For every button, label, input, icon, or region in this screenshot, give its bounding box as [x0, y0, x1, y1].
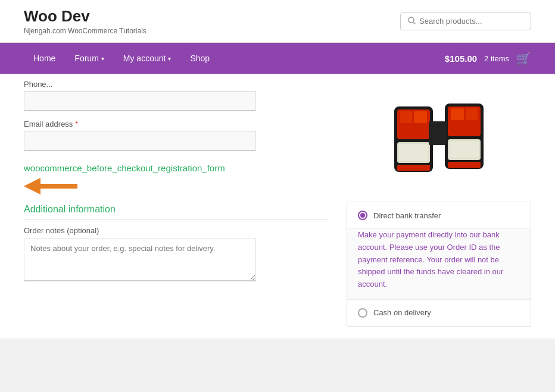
search-box[interactable]: [400, 12, 531, 30]
additional-info-section: Additional information Order notes (opti…: [24, 204, 329, 283]
phone-label: Phone...: [24, 80, 329, 89]
nav-item-myaccount[interactable]: My account ▾: [114, 43, 181, 74]
product-image: [385, 92, 492, 178]
svg-rect-6: [414, 111, 427, 123]
cart-amount: $105.00: [445, 54, 477, 64]
order-notes-group: Order notes (optional): [24, 226, 329, 283]
payment-option-direct-bank[interactable]: Direct bank transfer: [347, 202, 531, 229]
arrow-row: [24, 177, 329, 196]
order-notes-textarea[interactable]: [24, 239, 256, 281]
payment-label-cash: Cash on delivery: [373, 308, 431, 317]
required-marker: *: [73, 120, 78, 128]
svg-rect-9: [397, 165, 430, 171]
nav-item-shop[interactable]: Shop: [180, 43, 219, 74]
email-input[interactable]: [24, 131, 256, 151]
nav-item-forum[interactable]: Forum ▾: [65, 43, 113, 74]
hook-section: woocommerce_before_checkout_registration…: [24, 162, 329, 196]
left-column: Phone... Email address * woocommerce_bef…: [24, 74, 347, 338]
svg-rect-5: [400, 111, 412, 123]
payment-section: Direct bank transfer Make your payment d…: [347, 202, 531, 327]
radio-cash-on-delivery[interactable]: [358, 308, 367, 318]
cart-area[interactable]: $105.00 2 items 🛒: [445, 51, 531, 65]
nav-left: Home Forum ▾ My account ▾ Shop: [24, 43, 219, 74]
svg-rect-12: [451, 108, 464, 120]
radio-direct-bank[interactable]: [358, 211, 367, 220]
phone-field-group: Phone...: [24, 80, 329, 111]
cart-icon: 🛒: [516, 51, 531, 65]
search-icon: [408, 17, 416, 26]
order-notes-label: Order notes (optional): [24, 226, 329, 235]
phone-input[interactable]: [24, 91, 256, 111]
forum-dropdown-arrow: ▾: [101, 55, 104, 62]
svg-line-1: [413, 22, 415, 24]
email-field-group: Email address *: [24, 120, 329, 151]
svg-marker-2: [24, 178, 77, 195]
product-image-area: [347, 80, 531, 196]
cart-items-count: 2 items: [484, 54, 509, 63]
search-input[interactable]: [419, 17, 523, 26]
additional-info-heading: Additional information: [24, 204, 329, 220]
site-tagline: Njengah.com WooCommerce Tutorials: [24, 27, 146, 35]
svg-rect-15: [450, 141, 479, 158]
svg-rect-17: [429, 121, 447, 145]
hook-text: woocommerce_before_checkout_registration…: [24, 162, 329, 175]
svg-rect-13: [466, 108, 478, 120]
svg-rect-16: [448, 162, 481, 168]
site-nav: Home Forum ▾ My account ▾ Shop $105.00 2…: [0, 43, 555, 74]
site-branding: Woo Dev Njengah.com WooCommerce Tutorial…: [24, 7, 146, 35]
email-label: Email address *: [24, 120, 329, 128]
svg-rect-8: [399, 144, 428, 161]
payment-option-cash[interactable]: Cash on delivery: [347, 300, 531, 326]
nav-item-home[interactable]: Home: [24, 43, 65, 74]
site-header: Woo Dev Njengah.com WooCommerce Tutorial…: [0, 0, 555, 43]
payment-description-direct-bank: Make your payment directly into our bank…: [347, 229, 531, 300]
myaccount-dropdown-arrow: ▾: [168, 55, 171, 62]
right-column: Direct bank transfer Make your payment d…: [347, 74, 531, 338]
payment-label-direct-bank: Direct bank transfer: [373, 211, 441, 220]
site-title: Woo Dev: [24, 7, 146, 26]
orange-arrow-icon: [24, 177, 77, 196]
